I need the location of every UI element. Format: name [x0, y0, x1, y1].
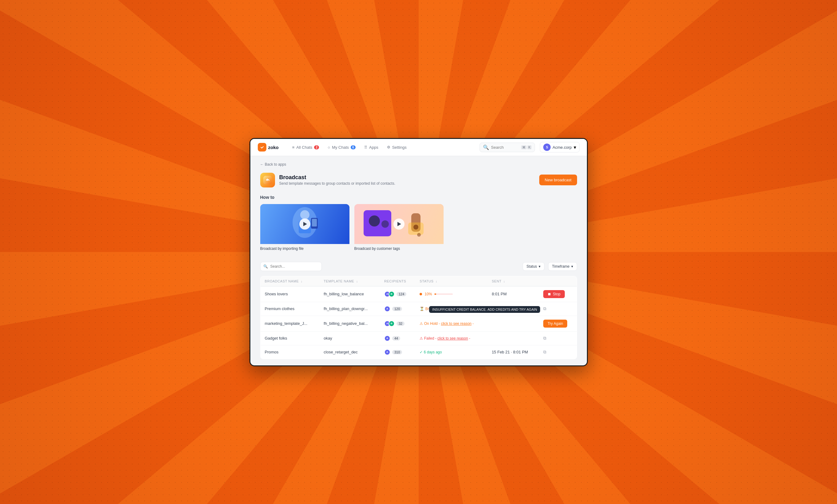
- sort-arrow-status: ↓: [435, 280, 438, 283]
- nav-my-chats-icon: ○: [327, 145, 330, 150]
- nav-tab-apps[interactable]: ⠿ Apps: [360, 143, 382, 151]
- page-title-wrap: Broadcast Send template messages to grou…: [279, 174, 396, 186]
- try-again-button[interactable]: Try Again: [543, 320, 567, 328]
- broadcast-table: BROADCAST NAME ↓ TEMPLATE NAME ↓ RECIPIE…: [260, 276, 577, 359]
- svg-rect-0: [260, 145, 265, 150]
- broadcast-search-wrap: 🔍: [260, 262, 322, 271]
- table-row: Shoes lovers fh_billing_low_balance A B …: [260, 286, 577, 302]
- status-text: ✓ 6 days ago: [420, 350, 442, 354]
- sent-cell: [487, 331, 539, 345]
- page-header-left: Broadcast Send template messages to grou…: [260, 173, 396, 187]
- avatar: B: [389, 291, 395, 297]
- chevron-down-icon: ▾: [539, 264, 540, 268]
- broadcast-name-cell: Shoes lovers: [260, 286, 319, 302]
- search-bar[interactable]: 🔍 ⌘ K: [480, 143, 535, 152]
- nav-tabs: ≡ All Chats 2 ○ My Chats 6 ⠿ Apps ⚙ Sett…: [288, 143, 477, 151]
- logo: zoko: [258, 143, 279, 151]
- search-icon: 🔍: [483, 145, 489, 150]
- stop-icon: ⏹: [548, 292, 551, 296]
- back-to-apps-link[interactable]: ← Back to apps: [260, 162, 577, 167]
- status-text: 10%: [425, 292, 432, 296]
- avatar-stack: A B: [384, 291, 393, 297]
- table-row: Gadget folks okay A 44 ⚠ Failed - click …: [260, 331, 577, 345]
- k-key: K: [527, 145, 532, 149]
- status-cell: ⚠ Failed - click to see reason -: [415, 331, 487, 345]
- svg-point-14: [413, 225, 418, 229]
- play-button-1[interactable]: [299, 219, 310, 229]
- nav-tab-my-chats[interactable]: ○ My Chats 6: [324, 143, 359, 151]
- template-name-cell: fh_billing_negative_bal...: [319, 316, 380, 331]
- svg-point-15: [417, 233, 421, 237]
- nav-apps-icon: ⠿: [364, 145, 367, 150]
- cmd-key: ⌘: [521, 145, 527, 149]
- copy-icon[interactable]: ⧉: [543, 350, 546, 354]
- action-cell: ⧉: [539, 331, 577, 345]
- broadcast-name-cell: Gadget folks: [260, 331, 319, 345]
- play-button-2[interactable]: [393, 219, 405, 229]
- nav-tab-settings[interactable]: ⚙ Settings: [383, 143, 410, 151]
- broadcast-name-cell: marketing_template_J...: [260, 316, 319, 331]
- copy-icon[interactable]: ⧉: [543, 306, 546, 311]
- chevron-down-icon: ▾: [571, 264, 573, 268]
- broadcast-app-icon: [260, 173, 275, 187]
- nav-my-chats-label: My Chats: [332, 145, 349, 150]
- new-broadcast-button[interactable]: New broadcast: [539, 174, 577, 185]
- user-badge[interactable]: S Acme.corp ▾: [540, 142, 579, 152]
- video-card-1[interactable]: Broadcast by importing file: [260, 204, 350, 253]
- action-cell: ⧉: [539, 302, 577, 316]
- copy-icon[interactable]: ⧉: [543, 336, 546, 340]
- recipients-cell: A 120: [380, 302, 415, 316]
- col-template-name[interactable]: TEMPLATE NAME ↓: [319, 276, 380, 286]
- progress-bar-container: [434, 294, 453, 295]
- action-cell: Try Again: [539, 316, 577, 331]
- video-thumbnail-1: [260, 204, 350, 244]
- status-cell: INSUFFICIENT CREDIT BALANCE. ADD CREDITS…: [415, 316, 487, 331]
- status-filter-label: Status: [527, 264, 537, 268]
- on-hold-reason-link[interactable]: click to see reason: [441, 321, 471, 326]
- stop-button[interactable]: ⏹ Stop: [543, 290, 565, 298]
- nav-tab-all-chats[interactable]: ≡ All Chats 2: [288, 143, 323, 151]
- page-title: Broadcast: [279, 174, 396, 181]
- table-row: marketing_template_J... fh_billing_negat…: [260, 316, 577, 331]
- action-cell: ⧉: [539, 345, 577, 359]
- logo-icon: [258, 143, 266, 151]
- recipients-count: 32: [396, 321, 405, 326]
- logo-text: zoko: [268, 145, 279, 150]
- timeframe-filter-button[interactable]: Timeframe ▾: [548, 262, 577, 271]
- recipients-count: 124: [396, 292, 406, 296]
- recipients-count: 310: [392, 350, 402, 354]
- sent-cell: 8:01 PM: [487, 286, 539, 302]
- sent-cell: [487, 316, 539, 331]
- page-subtitle: Send template messages to group contacts…: [279, 181, 396, 186]
- status-filter-button[interactable]: Status ▾: [523, 262, 545, 271]
- template-name-cell: fh_billing_plan_downgr...: [319, 302, 380, 316]
- action-cell: ⏹ Stop: [539, 286, 577, 302]
- sort-arrow-sent: ↓: [503, 280, 505, 283]
- nav-all-chats-badge: 2: [314, 145, 319, 149]
- sent-cell: 15 Feb 21 · 8:01 PM: [487, 345, 539, 359]
- video-label-2: Broadcast by customer tags: [354, 244, 444, 253]
- col-status[interactable]: STATUS ↓: [415, 276, 487, 286]
- status-text: ⚠ On Hold - click to see reason -: [420, 321, 474, 326]
- svg-point-4: [300, 210, 309, 220]
- status-dot: [420, 293, 422, 295]
- template-name-cell: okay: [319, 331, 380, 345]
- failed-reason-link[interactable]: click to see reason: [438, 336, 468, 340]
- broadcast-search-input[interactable]: [260, 262, 322, 271]
- nav-my-chats-badge: 6: [351, 145, 356, 149]
- col-recipients: RECIPIENTS: [380, 276, 415, 286]
- col-broadcast-name[interactable]: BROADCAST NAME ↓: [260, 276, 319, 286]
- timeframe-filter-label: Timeframe: [552, 264, 570, 268]
- user-name: Acme.corp: [552, 145, 572, 150]
- sort-arrow-template: ↓: [356, 280, 358, 283]
- video-card-2[interactable]: Broadcast by customer tags: [354, 204, 444, 253]
- recipients-cell: A 310: [380, 345, 415, 359]
- video-thumbnail-2: [354, 204, 444, 244]
- nav-all-chats-icon: ≡: [292, 145, 295, 150]
- col-actions: [539, 276, 577, 286]
- recipients-cell: A 44: [380, 331, 415, 345]
- search-input[interactable]: [491, 145, 519, 150]
- col-sent[interactable]: SENT ↓: [487, 276, 539, 286]
- nav-bar: zoko ≡ All Chats 2 ○ My Chats 6 ⠿ Apps ⚙…: [250, 139, 587, 156]
- search-kbd: ⌘ K: [521, 145, 532, 149]
